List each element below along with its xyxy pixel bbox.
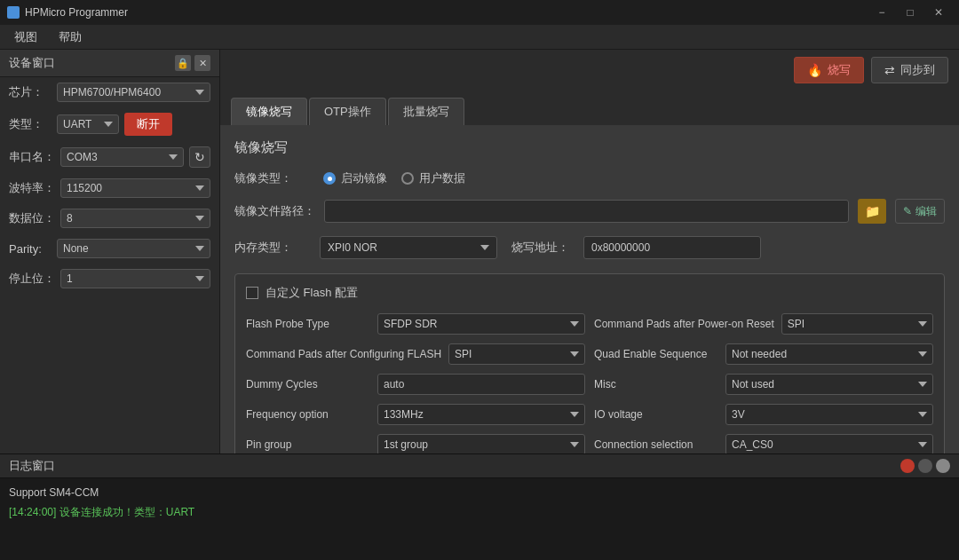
type-select[interactable]: UART bbox=[57, 114, 119, 134]
baud-select[interactable]: 115200 bbox=[60, 178, 210, 198]
edit-icon: ✎ bbox=[903, 205, 912, 217]
memory-select[interactable]: XPI0 NOR bbox=[320, 236, 497, 259]
sidebar-title: 设备窗口 bbox=[9, 55, 55, 71]
data-row: 数据位： 8 bbox=[0, 203, 219, 233]
burn-button[interactable]: 🔥 烧写 bbox=[794, 57, 864, 83]
freq-label: Frequency option bbox=[246, 408, 370, 421]
tab-image-write[interactable]: 镜像烧写 bbox=[231, 98, 307, 125]
radio-boot-image[interactable]: 启动镜像 bbox=[323, 170, 387, 186]
sync-button[interactable]: ⇄ 同步到 bbox=[871, 57, 948, 83]
port-select[interactable]: COM3 bbox=[60, 147, 184, 167]
app-icon bbox=[7, 6, 20, 19]
log-close-button[interactable] bbox=[936, 459, 950, 473]
io-voltage-select[interactable]: 3V bbox=[725, 404, 933, 425]
tab-otp[interactable]: OTP操作 bbox=[309, 98, 386, 125]
sidebar: 设备窗口 🔒 ✕ 芯片： HPM6700/HPM6400 类型： UART 断开… bbox=[0, 50, 220, 454]
stop-row: 停止位： 1 bbox=[0, 264, 219, 294]
conn-sel-select[interactable]: CA_CS0 bbox=[725, 434, 933, 454]
freq-select[interactable]: 133MHz bbox=[377, 404, 585, 425]
log-line-2: [14:24:00] 设备连接成功！类型：UART bbox=[9, 503, 950, 523]
sidebar-header: 设备窗口 🔒 ✕ bbox=[0, 50, 219, 77]
tab-bar: 镜像烧写 OTP操作 批量烧写 bbox=[220, 91, 959, 125]
log-title: 日志窗口 bbox=[9, 458, 55, 474]
flash-config-checkbox[interactable] bbox=[246, 287, 258, 299]
radio-user-data-circle bbox=[401, 172, 414, 185]
menu-view[interactable]: 视图 bbox=[4, 28, 48, 47]
cmd-pads-flash-label: Command Pads after Configuring FLASH bbox=[246, 348, 441, 360]
image-type-label: 镜像类型： bbox=[234, 170, 305, 186]
address-input[interactable] bbox=[583, 236, 761, 259]
sync-icon: ⇄ bbox=[884, 63, 895, 77]
parity-label: Parity: bbox=[9, 242, 52, 256]
section-title: 镜像烧写 bbox=[234, 139, 945, 156]
quad-enable-label: Quad Enable Sequence bbox=[594, 348, 718, 360]
menu-bar: 视图 帮助 bbox=[0, 25, 959, 50]
folder-icon: 📁 bbox=[865, 204, 880, 218]
file-path-label: 镜像文件路径： bbox=[234, 203, 315, 219]
disconnect-button[interactable]: 断开 bbox=[124, 113, 172, 136]
port-label: 串口名： bbox=[9, 149, 55, 165]
config-row-misc-right: Misc Not used bbox=[594, 374, 933, 395]
port-row: 串口名： COM3 ↻ bbox=[0, 141, 219, 173]
flash-config-title: 自定义 Flash 配置 bbox=[266, 285, 358, 301]
cmd-pads-poweron-select[interactable]: SPI bbox=[781, 313, 933, 335]
config-row-conn-sel-right: Connection selection CA_CS0 bbox=[594, 434, 933, 454]
stop-label: 停止位： bbox=[9, 271, 55, 287]
config-row-io-voltage-right: IO voltage 3V bbox=[594, 404, 933, 425]
dummy-cycles-value: auto bbox=[377, 374, 585, 395]
radio-boot-image-label: 启动镜像 bbox=[341, 170, 387, 186]
parity-select[interactable]: None bbox=[57, 239, 210, 258]
sidebar-header-icons: 🔒 ✕ bbox=[175, 55, 210, 71]
config-row-freq-left: Frequency option 133MHz bbox=[246, 404, 585, 425]
refresh-port-button[interactable]: ↻ bbox=[189, 146, 210, 168]
pin-group-select[interactable]: 1st group bbox=[377, 434, 585, 454]
log-header: 日志窗口 bbox=[0, 454, 959, 478]
cmd-pads-poweron-label: Command Pads after Power-on Reset bbox=[594, 318, 774, 330]
type-label: 类型： bbox=[9, 116, 52, 132]
chip-select[interactable]: HPM6700/HPM6400 bbox=[57, 83, 210, 102]
cmd-pads-flash-select[interactable]: SPI bbox=[448, 343, 585, 365]
pin-group-label: Pin group bbox=[246, 438, 370, 451]
menu-help[interactable]: 帮助 bbox=[48, 28, 92, 47]
stop-select[interactable]: 1 bbox=[60, 269, 210, 288]
title-bar-left: HPMicro Programmer bbox=[7, 6, 128, 19]
radio-group: 启动镜像 用户数据 bbox=[323, 170, 465, 186]
app-title: HPMicro Programmer bbox=[25, 6, 128, 19]
main-layout: 设备窗口 🔒 ✕ 芯片： HPM6700/HPM6400 类型： UART 断开… bbox=[0, 50, 959, 454]
config-row-flash-probe-left: Flash Probe Type SFDP SDR bbox=[246, 313, 585, 335]
baud-label: 波特率： bbox=[9, 180, 55, 196]
data-select[interactable]: 8 bbox=[60, 209, 210, 228]
close-button[interactable]: ✕ bbox=[925, 4, 952, 21]
file-path-input[interactable] bbox=[324, 200, 849, 223]
flash-probe-type-select[interactable]: SFDP SDR bbox=[377, 313, 585, 335]
title-bar: HPMicro Programmer − □ ✕ bbox=[0, 0, 959, 25]
log-content: Support SM4-CCM [14:24:00] 设备连接成功！类型：UAR… bbox=[0, 478, 959, 560]
edit-button[interactable]: ✎ 编辑 bbox=[895, 199, 945, 224]
config-row-cmd-pads-poweron-right: Command Pads after Power-on Reset SPI bbox=[594, 313, 933, 335]
data-label: 数据位： bbox=[9, 210, 55, 226]
memory-label: 内存类型： bbox=[234, 240, 305, 256]
minimize-button[interactable]: − bbox=[868, 4, 895, 21]
flash-config: 自定义 Flash 配置 Flash Probe Type SFDP SDR C… bbox=[234, 273, 945, 454]
io-voltage-label: IO voltage bbox=[594, 408, 718, 421]
misc-select[interactable]: Not used bbox=[725, 374, 933, 395]
config-row-quad-enable-right: Quad Enable Sequence Not needed bbox=[594, 343, 933, 365]
title-bar-controls: − □ ✕ bbox=[868, 4, 952, 21]
log-record-button[interactable] bbox=[900, 459, 915, 473]
sidebar-lock-button[interactable]: 🔒 bbox=[175, 55, 191, 71]
type-row: 类型： UART 断开 bbox=[0, 107, 219, 141]
quad-enable-select[interactable]: Not needed bbox=[725, 343, 933, 365]
log-line-0: Support SM4-CCM bbox=[9, 484, 950, 503]
log-save-button[interactable] bbox=[918, 459, 932, 473]
file-open-button[interactable]: 📁 bbox=[858, 199, 886, 224]
burn-icon: 🔥 bbox=[807, 63, 822, 77]
radio-user-data[interactable]: 用户数据 bbox=[401, 170, 465, 186]
chip-row: 芯片： HPM6700/HPM6400 bbox=[0, 77, 219, 107]
tab-batch[interactable]: 批量烧写 bbox=[388, 98, 464, 125]
radio-boot-image-circle bbox=[323, 172, 336, 185]
config-grid: Flash Probe Type SFDP SDR Command Pads a… bbox=[246, 313, 933, 454]
maximize-button[interactable]: □ bbox=[897, 4, 923, 21]
misc-label: Misc bbox=[594, 378, 718, 390]
file-path-row: 镜像文件路径： 📁 ✎ 编辑 bbox=[234, 199, 945, 224]
sidebar-close-button[interactable]: ✕ bbox=[194, 55, 210, 71]
